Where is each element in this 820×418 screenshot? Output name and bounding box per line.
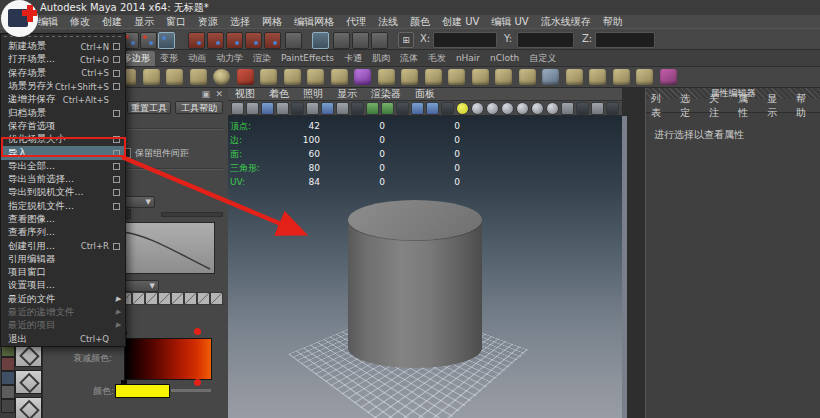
cylinder-top-cap[interactable] (348, 200, 482, 240)
shelf-cylinder-icon[interactable] (166, 69, 183, 85)
shelf-tab-deformation[interactable]: 变形 (155, 51, 183, 66)
shelf-separate-icon[interactable] (284, 69, 301, 85)
file-menu-item-set-project[interactable]: 设置项目... (1, 279, 125, 292)
falloff-curve-editor[interactable] (121, 222, 215, 274)
brush-stamp-icon[interactable] (210, 292, 223, 305)
default-lighting-icon[interactable] (456, 102, 469, 115)
option-box-icon[interactable] (113, 56, 120, 63)
file-menu-item-archive-scene[interactable]: 归档场景 (1, 106, 125, 119)
use-all-lights-icon[interactable] (516, 102, 529, 115)
ae-menu-list[interactable]: 列表 (646, 92, 675, 120)
shelf-tab-animation[interactable]: 动画 (183, 51, 211, 66)
shelf-sculpt-icon[interactable] (636, 69, 653, 85)
close-icon[interactable]: ✕ (215, 88, 223, 100)
file-menu-item-recent-files[interactable]: 最近的文件▶ (1, 293, 125, 306)
depth-of-field-icon[interactable] (591, 102, 604, 115)
shelf-tab-fur[interactable]: 毛发 (423, 51, 451, 66)
ae-menu-selected[interactable]: 选定 (675, 92, 704, 120)
xray-icon[interactable] (441, 102, 454, 115)
reset-tool-button[interactable]: 重置工具 (127, 101, 171, 114)
ae-menu-help[interactable]: 帮助 (791, 92, 820, 120)
shelf-split-icon[interactable] (448, 69, 465, 85)
shelf-combine-icon[interactable] (260, 69, 277, 85)
file-menu-item-assign-offline-file[interactable]: 指定脱机文件... (1, 200, 125, 213)
shelf-bridge-icon[interactable] (401, 69, 418, 85)
panel-menu-panels[interactable]: 面板 (408, 87, 442, 101)
menu-edit-uv[interactable]: 编辑 UV (485, 15, 534, 28)
brush-stamp-icon[interactable] (132, 292, 145, 305)
motion-blur-icon[interactable] (561, 102, 574, 115)
shelf-torus-icon[interactable] (213, 69, 230, 85)
option-box-icon[interactable] (113, 189, 120, 196)
brush-stamp-icon[interactable] (184, 292, 197, 305)
menu-proxy[interactable]: 代理 (340, 15, 372, 28)
shelf-boolean-icon[interactable] (331, 69, 348, 85)
menu-assets[interactable]: 资源 (192, 15, 224, 28)
color-slider[interactable] (171, 389, 211, 392)
lasso-tool-icon[interactable] (1, 357, 15, 371)
shelf-tab-muscle[interactable]: 肌肉 (367, 51, 395, 66)
y-coordinate-input[interactable] (517, 32, 574, 48)
menu-help[interactable]: 帮助 (597, 15, 629, 28)
file-menu-item-export-selection[interactable]: 导出当前选择... (1, 173, 125, 186)
panel-menu-shading[interactable]: 着色 (262, 87, 296, 101)
safe-title-icon[interactable] (381, 102, 394, 115)
ae-menu-show[interactable]: 显示 (762, 92, 791, 120)
menu-modify[interactable]: 修改 (64, 15, 96, 28)
snap-grid-icon[interactable] (188, 32, 205, 49)
brush-stamp-icon[interactable] (197, 292, 210, 305)
menu-create-uv[interactable]: 创建 UV (436, 15, 485, 28)
file-menu-item-save-as[interactable]: 场景另存为...Ctrl+Shift+S (1, 80, 125, 93)
file-menu-item-new-scene[interactable]: 新建场景Ctrl+N (1, 40, 125, 53)
image-plane-icon[interactable] (276, 102, 289, 115)
shadows-icon[interactable] (531, 102, 544, 115)
option-box-icon[interactable] (113, 176, 120, 183)
film-gate-icon[interactable] (306, 102, 319, 115)
snap-plane-icon[interactable] (245, 32, 262, 49)
menu-display[interactable]: 显示 (128, 15, 160, 28)
file-menu-item-view-image[interactable]: 查看图像... (1, 213, 125, 226)
selection-mask-icon[interactable] (158, 32, 175, 49)
shelf-uv-icon[interactable] (660, 69, 677, 85)
file-menu-item-view-sequence[interactable]: 查看序列... (1, 226, 125, 239)
field-chart-icon[interactable] (351, 102, 364, 115)
option-box-icon[interactable] (113, 110, 120, 117)
brush-profile-dropdown[interactable]: ▼ (121, 280, 159, 292)
menu-pipeline-cache[interactable]: 流水线缓存 (535, 15, 597, 28)
file-menu-item-open-scene[interactable]: 打开场景...Ctrl+O (1, 53, 125, 66)
menu-edit-mesh[interactable]: 编辑网格 (288, 15, 340, 28)
camera-lock-icon[interactable] (246, 102, 259, 115)
option-box-icon[interactable] (113, 203, 120, 210)
quick-input-icon[interactable]: ⊞ (398, 32, 414, 48)
shelf-tab-fluids[interactable]: 流体 (395, 51, 423, 66)
file-menu-item-recent-increments[interactable]: 最近的递增文件▶ (1, 306, 125, 319)
snap-point-icon[interactable] (226, 32, 243, 49)
shelf-extract-icon[interactable] (307, 69, 324, 85)
frame-selected-icon[interactable] (411, 102, 424, 115)
layout-persp-outliner-icon[interactable] (15, 397, 42, 418)
file-menu-item-export-to-offline-file[interactable]: 导出到脱机文件... (1, 186, 125, 199)
perspective-viewport[interactable]: 视图 着色 照明 显示 渲染器 面板 (228, 88, 622, 418)
dock-panel-icon[interactable]: ▣ (201, 88, 210, 100)
gate-mask-icon[interactable] (336, 102, 349, 115)
tool-help-button[interactable]: 工具帮助 (175, 101, 223, 114)
option-box-icon[interactable] (113, 243, 120, 250)
shelf-tab-toon[interactable]: 卡通 (339, 51, 367, 66)
menu-window[interactable]: 窗口 (160, 15, 192, 28)
shelf-extrude-icon[interactable] (378, 69, 395, 85)
shelf-quad-draw-icon[interactable] (566, 69, 583, 85)
shelf-reduce-icon[interactable] (613, 69, 630, 85)
shelf-bevel-icon[interactable] (495, 69, 512, 85)
ramp-marker-red-top[interactable] (194, 328, 201, 335)
color-swatch[interactable] (115, 384, 170, 398)
cylinder-object[interactable] (348, 220, 482, 368)
shelf-tab-custom[interactable]: 自定义 (524, 51, 561, 66)
layout-four-pane-icon[interactable] (15, 370, 42, 394)
shelf-tab-rendering[interactable]: 渲染 (248, 51, 276, 66)
render-settings-icon[interactable] (371, 32, 388, 49)
file-menu-item-save-preferences[interactable]: 保存首选项 (1, 120, 125, 133)
ambient-occlusion-icon[interactable] (546, 102, 559, 115)
panel-menu-lighting[interactable]: 照明 (296, 87, 330, 101)
shelf-cube-icon[interactable] (143, 69, 160, 85)
shelf-mirror-icon[interactable] (542, 69, 559, 85)
